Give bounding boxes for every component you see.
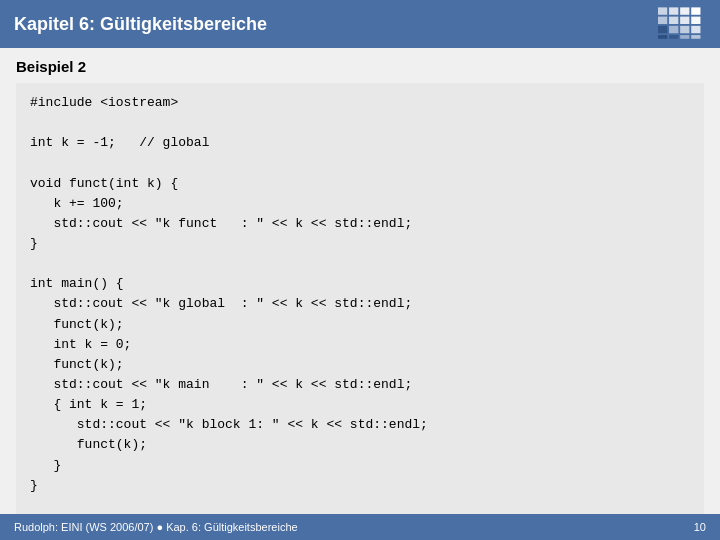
svg-rect-2 bbox=[680, 7, 689, 14]
svg-rect-14 bbox=[680, 35, 689, 39]
svg-rect-13 bbox=[669, 35, 678, 39]
svg-rect-11 bbox=[691, 26, 700, 33]
svg-rect-1 bbox=[669, 7, 678, 14]
footer: Rudolph: EINI (WS 2006/07) ● Kap. 6: Gül… bbox=[0, 514, 720, 540]
svg-rect-6 bbox=[680, 17, 689, 24]
code-line-1: #include <iostream> bbox=[30, 95, 178, 110]
header-logo bbox=[658, 8, 706, 40]
page-layout: Kapitel 6: Gültigkeitsbereiche bbox=[0, 0, 720, 540]
svg-rect-12 bbox=[658, 35, 667, 39]
header-title: Kapitel 6: Gültigkeitsbereiche bbox=[14, 14, 267, 35]
svg-rect-7 bbox=[691, 17, 700, 24]
footer-page: 10 bbox=[694, 521, 706, 533]
logo-icon bbox=[658, 6, 706, 42]
svg-rect-8 bbox=[658, 26, 667, 33]
svg-rect-0 bbox=[658, 7, 667, 14]
svg-rect-10 bbox=[680, 26, 689, 33]
code-line-3: int k = -1; // global bbox=[30, 135, 209, 150]
main-content: Beispiel 2 #include <iostream> int k = -… bbox=[0, 48, 720, 540]
svg-rect-5 bbox=[669, 17, 678, 24]
footer-left: Rudolph: EINI (WS 2006/07) ● Kap. 6: Gül… bbox=[14, 521, 298, 533]
header: Kapitel 6: Gültigkeitsbereiche bbox=[0, 0, 720, 48]
code-line-5: void funct(int k) { k += 100; std::cout … bbox=[30, 176, 428, 493]
svg-rect-4 bbox=[658, 17, 667, 24]
svg-rect-3 bbox=[691, 7, 700, 14]
svg-rect-15 bbox=[691, 35, 700, 39]
section-title: Beispiel 2 bbox=[16, 58, 704, 75]
code-block: #include <iostream> int k = -1; // globa… bbox=[16, 83, 704, 526]
svg-rect-9 bbox=[669, 26, 678, 33]
